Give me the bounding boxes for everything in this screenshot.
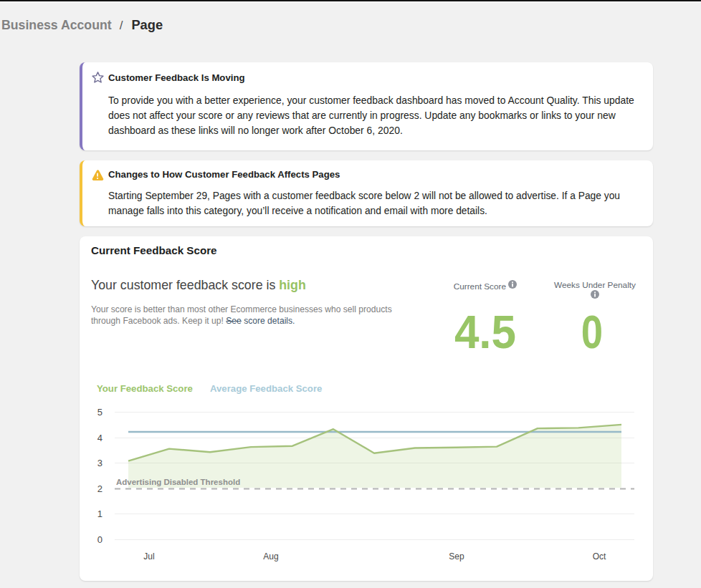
svg-text:3: 3 (97, 458, 102, 468)
svg-text:2: 2 (97, 483, 102, 494)
svg-text:Aug: Aug (263, 551, 278, 562)
svg-text:0: 0 (97, 534, 102, 545)
svg-text:1: 1 (97, 509, 102, 519)
svg-text:Oct: Oct (593, 551, 606, 562)
svg-text:Jul: Jul (143, 551, 154, 562)
svg-text:Advertising Disabled Threshold: Advertising Disabled Threshold (116, 478, 240, 486)
svg-text:5: 5 (97, 407, 102, 418)
svg-text:4: 4 (97, 433, 102, 443)
svg-text:Sep: Sep (449, 551, 464, 562)
